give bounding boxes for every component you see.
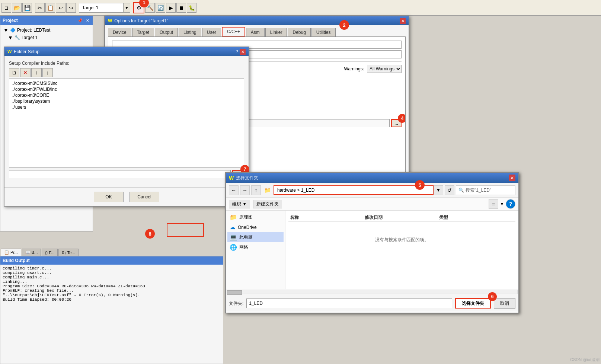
toolbar-undo[interactable]: ↩ [56, 3, 65, 13]
toolbar-cut[interactable]: ✂ [35, 3, 45, 13]
nav-search-box: 🔍 [456, 185, 515, 195]
project-tree: ▼ 🔷 Project: LEDTest ▼ 🔧 Target 1 [0, 25, 93, 43]
tab-target[interactable]: Target [132, 28, 154, 36]
include-item-0[interactable]: ..\cortex-m3\CMSIS\inc [11, 80, 242, 86]
folder-setup-close[interactable]: ✕ [240, 49, 246, 55]
bottom-tabs: 📋 Pr... 📖 B... {} F... 0↓ Te... [0, 247, 223, 256]
file-dialog-close-btn[interactable]: ✕ [509, 175, 515, 181]
yuanli-icon: 📁 [230, 214, 237, 221]
include-up-btn[interactable]: ↑ [31, 68, 42, 77]
warnings-row: Warnings: All Warnings [344, 65, 402, 73]
folder-setup-footer: OK Cancel [4, 187, 249, 206]
sidebar-network[interactable]: 🌐 网络 [227, 242, 284, 252]
folder-setup-logo: W [7, 49, 12, 54]
nav-up-btn[interactable]: ↑ [251, 185, 261, 195]
include-item-1[interactable]: ..\cortex-m3\FWLIB\inc [11, 86, 242, 92]
options-title-bar: W Options for Target 'Target1' ✕ [105, 16, 409, 25]
path-edit-row: ... 7 [9, 170, 244, 179]
toolbar-new[interactable]: 🗋 [1, 3, 11, 13]
file-main-area: 名称 修改日期 类型 没有与搜索条件匹配的项。 [285, 211, 518, 289]
warnings-select[interactable]: All Warnings [367, 65, 402, 73]
folder-setup-question[interactable]: ? [236, 49, 238, 54]
new-folder-btn[interactable]: 新建文件夹 [253, 200, 282, 208]
tab-output[interactable]: Output [155, 28, 178, 36]
col-type: 类型 [439, 214, 514, 221]
folder-setup-content: Setup Compiler Include Paths: 🗋 ✕ ↑ ↓ ..… [4, 56, 249, 183]
h-scroll-thumb[interactable] [227, 290, 242, 295]
sidebar-yuanli[interactable]: 📁 原理图 [227, 212, 284, 222]
help-btn[interactable]: ? [506, 199, 515, 209]
folder-name-input[interactable] [246, 298, 452, 308]
include-browse-btn[interactable]: ... 4 [391, 119, 402, 127]
build-line-6: "..\\output\obj\LEDTest.axf" - 0 Error(s… [3, 293, 221, 297]
main-toolbar: 🗋 📂 💾 ✂ 📋 ↩ ↪ Target 1 ▼ ⚙ 1 🔨 🔄 ▶ ⏹ 🐛 [0, 0, 601, 16]
nav-path-dropdown-btn[interactable]: ▼ [434, 185, 443, 195]
include-delete-btn[interactable]: ✕ [20, 68, 31, 77]
select-folder-btn[interactable]: 选择文件夹 [455, 298, 491, 309]
toolbar-redo[interactable]: ↪ [66, 3, 76, 13]
options-close-btn[interactable]: ✕ [400, 18, 406, 24]
tab-asm[interactable]: Asm [246, 28, 265, 36]
folder-setup-cancel-btn[interactable]: Cancel [130, 192, 159, 202]
toolbar-copy[interactable]: 📋 [45, 3, 55, 13]
build-output-panel: Build Output compiling timer.c... compil… [0, 256, 223, 364]
include-item-2[interactable]: ..\cortex-m3\CORE [11, 92, 242, 98]
cancel-btn[interactable]: 取消 [494, 298, 515, 309]
toolbar-debug[interactable]: 🐛 [187, 3, 196, 13]
folder-setup-ok-btn[interactable]: OK [94, 192, 124, 202]
file-dialog-title-bar: W 选择文件夹 ✕ [226, 173, 518, 183]
target-dropdown[interactable]: ▼ [124, 3, 130, 13]
build-line-0: compiling timer.c... [3, 266, 221, 271]
toolbar-rebuild[interactable]: 🔄 [156, 3, 165, 13]
nav-path-display: hardware > 1_LED [274, 185, 434, 195]
file-dialog-footer: 文件夹: 选择文件夹 6 取消 [226, 295, 518, 312]
tab-device[interactable]: Device [108, 28, 131, 36]
panel-header-icons: 📌 ✕ [77, 17, 90, 23]
nav-refresh-btn[interactable]: ↺ [445, 185, 454, 195]
network-label: 网络 [239, 244, 248, 250]
include-new-btn[interactable]: 🗋 [9, 68, 19, 77]
file-dialog-logo: W [229, 175, 234, 181]
toolbar-save[interactable]: 💾 [22, 3, 32, 13]
h-scroll-track [227, 290, 518, 294]
nav-forward-btn[interactable]: → [240, 185, 250, 195]
tab-cpp[interactable]: C/C++ [222, 27, 245, 36]
project-name: Project: LEDTest [17, 28, 50, 33]
thispc-label: 此电脑 [239, 234, 253, 240]
annotation-4: 4 [398, 114, 406, 123]
toolbar-stop[interactable]: ⏹ [176, 3, 186, 13]
search-input[interactable] [466, 188, 510, 193]
bottom-tab-project[interactable]: 📋 Pr... [1, 249, 21, 256]
tab-debug[interactable]: Debug [288, 28, 310, 36]
bottom-tab-functions[interactable]: {} F... [42, 249, 58, 256]
include-item-4[interactable]: ..\users [11, 104, 242, 110]
network-icon: 🌐 [230, 244, 237, 251]
bottom-tab-templates[interactable]: 0↓ Te... [58, 249, 78, 256]
tab-utilities[interactable]: Utilities [311, 28, 336, 36]
file-dialog-scrollbar [226, 289, 518, 295]
folder-name-label: 文件夹: [229, 300, 243, 307]
build-output-header: Build Output [0, 256, 223, 265]
tab-linker[interactable]: Linker [265, 28, 287, 36]
build-line-7: Build Time Elapsed: 00:00:20 [3, 297, 221, 302]
panel-close-icon[interactable]: ✕ [84, 17, 90, 23]
sidebar-thispc[interactable]: 💻 此电脑 [227, 232, 284, 242]
tab-listing[interactable]: Listing [179, 28, 201, 36]
folder-setup-dialog: W Folder Setup ? ✕ Setup Compiler Includ… [4, 47, 249, 207]
organize-btn[interactable]: 组织 ▼ [229, 200, 250, 208]
include-down-btn[interactable]: ↓ [42, 68, 53, 77]
path-edit-input[interactable] [9, 170, 231, 179]
nav-back-btn[interactable]: ← [229, 185, 239, 195]
toolbar-open[interactable]: 📂 [12, 3, 22, 13]
tab-user[interactable]: User [202, 28, 221, 36]
sidebar-onedrive[interactable]: ☁ OneDrive [227, 222, 284, 232]
view-mode-btn[interactable]: ≡ [489, 199, 498, 209]
target-selector[interactable]: Target 1 [79, 3, 124, 13]
toolbar-run[interactable]: ▶ [166, 3, 176, 13]
bottom-tab-books[interactable]: 📖 B... [22, 249, 41, 256]
project-root-item[interactable]: ▼ 🔷 Project: LEDTest [2, 26, 91, 34]
include-item-3[interactable]: ..\bsplibrary\system [11, 98, 242, 104]
target-name: Target 1 [22, 35, 38, 40]
target-item[interactable]: ▼ 🔧 Target 1 [2, 34, 91, 41]
panel-pin-icon[interactable]: 📌 [77, 17, 83, 23]
